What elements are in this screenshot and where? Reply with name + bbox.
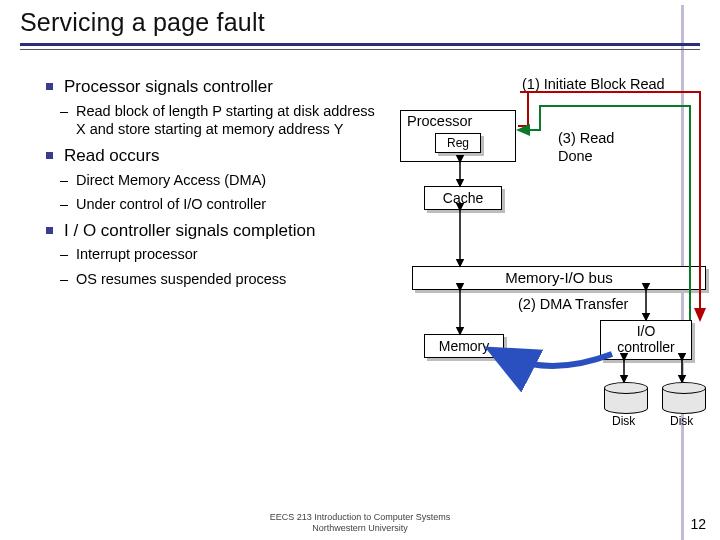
disk-1-top — [604, 382, 648, 394]
io-controller-box: I/O controller — [600, 320, 692, 360]
slide-title: Servicing a page fault — [20, 8, 700, 37]
bus-box: Memory-I/O bus — [412, 266, 706, 290]
footer-line2: Northwestern University — [0, 523, 720, 534]
bullet-3: I / O controller signals completion — [46, 220, 376, 242]
underline-thick — [20, 43, 700, 46]
label-step1: (1) Initiate Block Read — [522, 76, 665, 92]
label-step3-l2: Done — [558, 148, 593, 164]
disk-2-label: Disk — [670, 414, 693, 428]
title-area: Servicing a page fault — [0, 0, 720, 53]
bullet-1: Processor signals controller — [46, 76, 376, 98]
bullet-2a: Direct Memory Access (DMA) — [46, 171, 376, 190]
disk-1-label: Disk — [612, 414, 635, 428]
label-step3-l1: (3) Read — [558, 130, 614, 146]
underline-thin — [20, 49, 700, 50]
bullet-3a: Interrupt processor — [46, 245, 376, 264]
reg-label: Reg — [447, 136, 469, 150]
bullet-list: Processor signals controller Read block … — [46, 76, 376, 295]
processor-box: Processor Reg — [400, 110, 516, 162]
footer-line1: EECS 213 Introduction to Computer System… — [0, 512, 720, 523]
io-controller-l2: controller — [601, 339, 691, 355]
bullet-3b: OS resumes suspended process — [46, 270, 376, 289]
bullet-2: Read occurs — [46, 145, 376, 167]
page-number: 12 — [690, 516, 706, 532]
cache-label: Cache — [443, 190, 483, 206]
footer: EECS 213 Introduction to Computer System… — [0, 512, 720, 534]
title-underline — [20, 39, 700, 53]
bullet-2b: Under control of I/O controller — [46, 195, 376, 214]
disk-2-top — [662, 382, 706, 394]
bullet-1a: Read block of length P starting at disk … — [46, 102, 376, 139]
reg-box: Reg — [435, 133, 481, 153]
diagram: (1) Initiate Block Read Processor Reg (3… — [390, 70, 712, 450]
memory-box: Memory — [424, 334, 504, 358]
cache-box: Cache — [424, 186, 502, 210]
label-step2-l1: (2) DMA Transfer — [518, 296, 628, 312]
io-controller-l1: I/O — [601, 323, 691, 339]
slide: Servicing a page fault Processor signals… — [0, 0, 720, 540]
processor-label: Processor — [407, 113, 472, 129]
bus-label: Memory-I/O bus — [505, 269, 613, 286]
memory-label: Memory — [439, 338, 490, 354]
